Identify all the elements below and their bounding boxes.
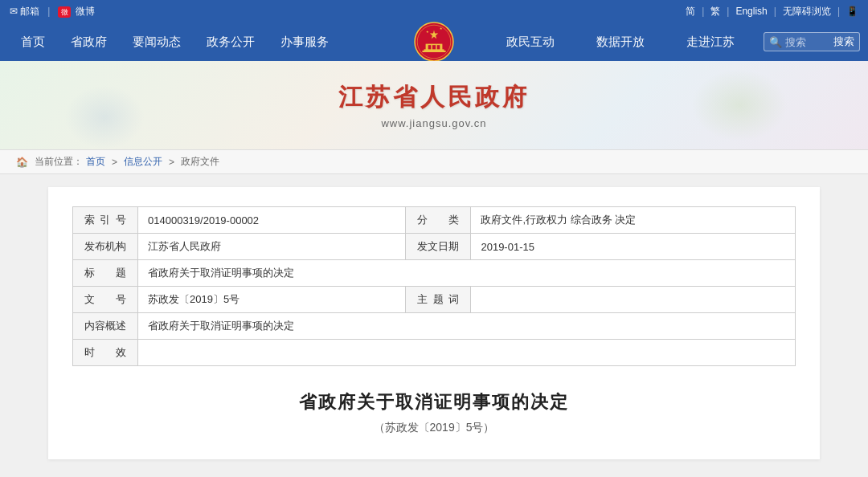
main-content: 索 引 号 014000319/2019-00002 分 类 政府文件,行政权力… bbox=[48, 187, 820, 459]
banner-url: www.jiangsu.gov.cn bbox=[381, 117, 486, 129]
sep3: | bbox=[774, 6, 776, 17]
home-icon: 🏠 bbox=[16, 157, 28, 168]
nav-bar: 首页 省政府 要闻动态 政务公开 办事服务 政民互动 数据开放 走进江苏 bbox=[0, 22, 868, 61]
mail-label: 邮箱 bbox=[20, 6, 39, 17]
nav-about-jiangsu[interactable]: 走进江苏 bbox=[674, 22, 747, 61]
index-label: 索 引 号 bbox=[73, 207, 138, 234]
weibo-icon: 微 bbox=[58, 6, 71, 18]
svg-rect-5 bbox=[428, 45, 432, 49]
breadcrumb-home[interactable]: 首页 bbox=[86, 155, 105, 169]
mobile-icon[interactable]: 📱 bbox=[846, 6, 858, 17]
mail-icon: ✉ bbox=[10, 6, 18, 17]
table-row-summary: 内容概述 省政府关于取消证明事项的决定 bbox=[73, 313, 796, 340]
breadcrumb-sep1: > bbox=[112, 157, 117, 168]
table-row-index: 索 引 号 014000319/2019-00002 分 类 政府文件,行政权力… bbox=[73, 207, 796, 234]
sep1: | bbox=[702, 6, 704, 17]
search-label[interactable]: 搜索 bbox=[833, 35, 854, 49]
divider: | bbox=[47, 6, 50, 17]
nav-provincial-gov[interactable]: 省政府 bbox=[58, 22, 120, 61]
summary-label: 内容概述 bbox=[73, 313, 138, 340]
nav-services[interactable]: 办事服务 bbox=[268, 22, 342, 61]
svg-rect-4 bbox=[422, 51, 445, 52]
search-input[interactable] bbox=[785, 36, 833, 48]
validity-value bbox=[138, 340, 796, 366]
nav-logo bbox=[413, 21, 455, 63]
nav-home[interactable]: 首页 bbox=[8, 22, 58, 61]
publisher-value: 江苏省人民政府 bbox=[138, 234, 406, 260]
breadcrumb-sep2: > bbox=[169, 157, 174, 168]
lang-simple[interactable]: 简 bbox=[686, 5, 695, 18]
svg-rect-7 bbox=[437, 45, 440, 49]
banner-title: 江苏省人民政府 bbox=[338, 81, 530, 114]
top-bar: ✉ 邮箱 | 微 微博 简 | 繁 | English | 无障碍浏览 | 📱 bbox=[0, 0, 868, 22]
doc-main-title: 省政府关于取消证明事项的决定 bbox=[72, 390, 796, 414]
doc-info-table: 索 引 号 014000319/2019-00002 分 类 政府文件,行政权力… bbox=[72, 206, 796, 366]
weibo-label: 微博 bbox=[76, 6, 95, 17]
index-value: 014000319/2019-00002 bbox=[138, 207, 406, 234]
weibo-link[interactable]: 微 微博 bbox=[58, 5, 94, 18]
nav-data-open[interactable]: 数据开放 bbox=[583, 22, 657, 61]
doc-title-section: 省政府关于取消证明事项的决定 （苏政发〔2019〕5号） bbox=[72, 390, 796, 435]
table-row-docno: 文 号 苏政发〔2019〕5号 主 题 词 bbox=[73, 287, 796, 313]
publisher-label: 发布机构 bbox=[73, 234, 138, 260]
title-label: 标 题 bbox=[73, 260, 138, 287]
mail-link[interactable]: ✉ 邮箱 bbox=[10, 5, 39, 18]
table-row-validity: 时 效 bbox=[73, 340, 796, 366]
sep2: | bbox=[727, 6, 729, 17]
nav-gov-affairs[interactable]: 政务公开 bbox=[194, 22, 268, 61]
nav-interaction[interactable]: 政民互动 bbox=[493, 22, 567, 61]
lang-english[interactable]: English bbox=[735, 6, 767, 17]
validity-label: 时 效 bbox=[73, 340, 138, 366]
category-value: 政府文件,行政权力 综合政务 决定 bbox=[471, 207, 796, 234]
svg-rect-6 bbox=[432, 45, 436, 49]
summary-value: 省政府关于取消证明事项的决定 bbox=[138, 313, 796, 340]
search-box[interactable]: 🔍 搜索 bbox=[764, 32, 860, 51]
keywords-label: 主 题 词 bbox=[406, 287, 471, 313]
emblem-icon bbox=[413, 21, 455, 63]
nav-news[interactable]: 要闻动态 bbox=[120, 22, 194, 61]
sep4: | bbox=[837, 6, 840, 17]
lang-trad[interactable]: 繁 bbox=[710, 5, 720, 18]
top-bar-left: ✉ 邮箱 | 微 微博 bbox=[10, 5, 95, 18]
search-icon: 🔍 bbox=[769, 36, 782, 48]
title-value: 省政府关于取消证明事项的决定 bbox=[138, 260, 796, 287]
nav-right: 政民互动 数据开放 走进江苏 🔍 搜索 bbox=[493, 22, 860, 61]
banner: 江苏省人民政府 www.jiangsu.gov.cn bbox=[0, 61, 868, 149]
breadcrumb-current-label: 当前位置： bbox=[35, 155, 83, 169]
accessibility-link[interactable]: 无障碍浏览 bbox=[783, 5, 831, 18]
publish-date-value: 2019-01-15 bbox=[471, 234, 796, 260]
doc-sub-title: （苏政发〔2019〕5号） bbox=[72, 421, 796, 435]
breadcrumb-gov-docs: 政府文件 bbox=[181, 155, 219, 169]
top-bar-right: 简 | 繁 | English | 无障碍浏览 | 📱 bbox=[686, 5, 858, 18]
docno-label: 文 号 bbox=[73, 287, 138, 313]
keywords-value bbox=[471, 287, 796, 313]
publish-date-label: 发文日期 bbox=[406, 234, 471, 260]
breadcrumb-info-public[interactable]: 信息公开 bbox=[124, 155, 162, 169]
table-row-title: 标 题 省政府关于取消证明事项的决定 bbox=[73, 260, 796, 287]
docno-value: 苏政发〔2019〕5号 bbox=[138, 287, 406, 313]
breadcrumb: 🏠 当前位置： 首页 > 信息公开 > 政府文件 bbox=[0, 149, 868, 174]
table-row-publisher: 发布机构 江苏省人民政府 发文日期 2019-01-15 bbox=[73, 234, 796, 260]
category-label: 分 类 bbox=[406, 207, 471, 234]
